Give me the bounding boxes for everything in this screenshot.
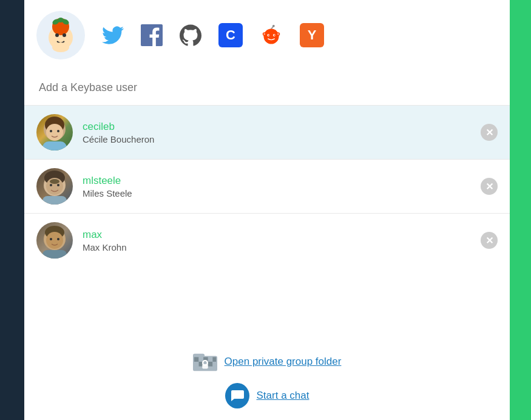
chat-icon [225, 384, 249, 408]
add-user-input[interactable] [39, 79, 495, 97]
main-content: C [24, 0, 510, 420]
svg-point-24 [57, 130, 59, 132]
left-sidebar [0, 0, 24, 420]
ycombinator-label: Y [308, 27, 317, 43]
facebook-icon[interactable] [141, 24, 163, 46]
svg-point-16 [263, 33, 265, 35]
user-handle-max: max [83, 229, 481, 241]
user-item-mlsteele[interactable]: mlsteele Miles Steele ✕ [24, 160, 510, 213]
svg-point-13 [274, 35, 275, 36]
folder-icon [193, 350, 217, 374]
user-info-mlsteele: mlsteele Miles Steele [83, 175, 481, 198]
open-folder-label: Open private group folder [225, 356, 342, 368]
svg-point-30 [57, 184, 59, 186]
remove-max-button[interactable]: ✕ [481, 232, 498, 249]
bottom-actions: Open private group folder Start a chat [24, 337, 510, 420]
reddit-icon[interactable] [260, 24, 283, 47]
ycombinator-icon[interactable]: Y [300, 23, 324, 47]
twitter-icon[interactable] [102, 24, 124, 46]
svg-rect-49 [208, 362, 212, 367]
avatar-cecileb [36, 114, 73, 151]
user-info-max: max Max Krohn [83, 229, 481, 252]
svg-rect-44 [208, 357, 212, 362]
svg-rect-32 [42, 196, 67, 205]
user-realname-cecileb: Cécile Boucheron [83, 134, 481, 144]
svg-point-12 [268, 35, 269, 36]
user-item-cecileb[interactable]: cecileb Cécile Boucheron ✕ [24, 106, 510, 159]
svg-point-7 [52, 42, 69, 52]
svg-point-9 [264, 29, 279, 44]
avatar-mlsteele [36, 168, 73, 205]
svg-point-17 [277, 33, 279, 35]
svg-point-31 [50, 179, 59, 184]
svg-point-19 [272, 25, 275, 27]
coinbase-icon[interactable]: C [218, 23, 243, 47]
svg-point-35 [46, 232, 63, 249]
add-user-section [24, 70, 510, 105]
top-icons-row: C [24, 0, 510, 70]
svg-rect-50 [212, 362, 216, 367]
svg-point-23 [50, 130, 52, 132]
right-sidebar [510, 0, 531, 420]
user-avatar[interactable] [36, 11, 85, 59]
user-item-max[interactable]: max Max Krohn ✕ [24, 214, 510, 267]
remove-mlsteele-button[interactable]: ✕ [481, 178, 498, 195]
user-realname-mlsteele: Miles Steele [83, 188, 481, 198]
coinbase-label: C [226, 27, 235, 43]
user-info-cecileb: cecileb Cécile Boucheron [83, 121, 481, 144]
user-list: cecileb Cécile Boucheron ✕ [24, 106, 510, 337]
svg-point-37 [57, 238, 59, 240]
github-icon[interactable] [180, 24, 201, 46]
svg-rect-42 [198, 357, 203, 362]
svg-point-5 [55, 33, 59, 37]
svg-point-6 [63, 33, 66, 37]
svg-rect-41 [194, 357, 198, 362]
start-chat-label: Start a chat [257, 390, 309, 402]
avatar-max [36, 222, 73, 259]
svg-point-22 [46, 124, 63, 141]
open-folder-button[interactable]: Open private group folder [193, 350, 342, 374]
svg-point-36 [50, 238, 52, 240]
user-realname-max: Max Krohn [83, 242, 481, 252]
svg-rect-46 [194, 362, 198, 367]
svg-rect-38 [42, 250, 67, 259]
svg-point-29 [50, 184, 52, 186]
user-handle-mlsteele: mlsteele [83, 175, 481, 187]
start-chat-button[interactable]: Start a chat [225, 384, 309, 408]
remove-cecileb-button[interactable]: ✕ [481, 124, 498, 141]
svg-rect-25 [42, 141, 67, 151]
svg-rect-45 [212, 357, 216, 362]
user-handle-cecileb: cecileb [83, 121, 481, 133]
